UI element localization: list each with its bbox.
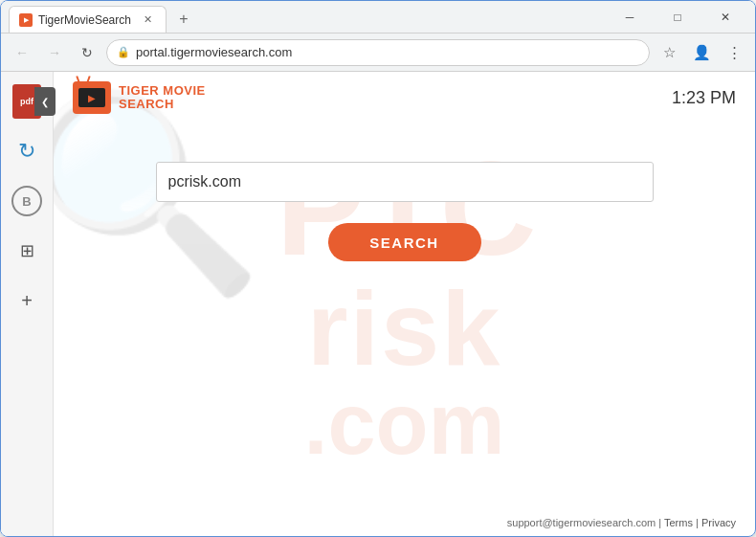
play-icon: ▶	[88, 93, 96, 103]
main-content: 🔍 PTC risk .com ▶	[54, 72, 755, 536]
time-display: 1:23 PM	[672, 88, 736, 108]
watermark-risk: risk	[307, 276, 502, 381]
tab-favicon	[19, 13, 33, 27]
new-tab-button[interactable]: +	[170, 6, 197, 33]
forward-button[interactable]: →	[41, 39, 68, 66]
page-header: ▶ TIGER MOVIE SEARCH 1:23 PM	[54, 72, 755, 114]
sidebar-toggle-arrow[interactable]: ❮	[34, 87, 56, 116]
bookmark-icon[interactable]: ☆	[656, 39, 682, 66]
url-bar[interactable]: 🔒 portal.tigermoviesearch.com	[106, 39, 650, 66]
lock-icon: 🔒	[117, 46, 130, 58]
watermark: 🔍 PTC risk .com	[54, 72, 755, 536]
active-tab[interactable]: TigerMovieSearch ✕	[9, 6, 167, 33]
back-button[interactable]: ←	[9, 39, 35, 66]
minimize-button[interactable]: ─	[608, 4, 652, 31]
search-input[interactable]	[168, 173, 641, 190]
page-content: pdf ❮ ↻ B ⊞ + 🔍 PTC risk .com	[1, 72, 755, 536]
title-bar: TigerMovieSearch ✕ + ─ □ ✕	[1, 1, 755, 34]
logo-area: ▶ TIGER MOVIE SEARCH	[73, 81, 206, 114]
grid-icon: ⊞	[20, 240, 34, 261]
search-button[interactable]: SEARCH	[328, 223, 481, 261]
account-icon[interactable]: 👤	[688, 39, 715, 66]
maximize-button[interactable]: □	[656, 4, 700, 31]
logo-text-line2: SEARCH	[119, 98, 206, 111]
close-button[interactable]: ✕	[703, 4, 747, 31]
sidebar: pdf ❮ ↻ B ⊞ +	[1, 72, 54, 536]
sync-icon: ↻	[18, 139, 35, 164]
refresh-button[interactable]: ↻	[74, 39, 100, 66]
antenna-right	[86, 76, 91, 83]
sidebar-item-grid[interactable]: ⊞	[9, 233, 45, 269]
logo-text-area: TIGER MOVIE SEARCH	[119, 84, 206, 112]
terms-link[interactable]: Terms	[664, 517, 693, 528]
address-bar: ← → ↻ 🔒 portal.tigermoviesearch.com ☆ 👤 …	[1, 34, 755, 72]
bitcoin-icon: B	[11, 186, 42, 216]
tab-close-button[interactable]: ✕	[141, 12, 156, 28]
tv-antenna	[78, 76, 88, 83]
sidebar-item-bitcoin[interactable]: B	[9, 183, 45, 219]
logo-text-line1: TIGER MOVIE	[119, 84, 206, 98]
window-controls: ─ □ ✕	[608, 4, 747, 31]
menu-icon[interactable]: ⋮	[721, 39, 747, 66]
page-footer: support@tigermoviesearch.com | Terms | P…	[54, 509, 755, 536]
search-input-wrapper[interactable]	[156, 162, 654, 202]
url-text: portal.tigermoviesearch.com	[136, 45, 639, 59]
tv-screen: ▶	[78, 88, 105, 107]
tab-title: TigerMovieSearch	[38, 13, 131, 27]
antenna-left	[76, 76, 80, 83]
add-icon: +	[21, 290, 33, 312]
privacy-link[interactable]: Privacy	[701, 517, 736, 528]
watermark-com: .com	[303, 381, 504, 467]
logo-tv: ▶	[73, 81, 111, 114]
sidebar-item-pdf[interactable]: pdf ❮	[9, 83, 45, 120]
sidebar-item-sync[interactable]: ↻	[9, 133, 45, 169]
support-email: support@tigermoviesearch.com	[507, 517, 656, 528]
search-area: SEARCH	[54, 162, 755, 261]
tab-area: TigerMovieSearch ✕ +	[9, 1, 608, 33]
sidebar-item-add[interactable]: +	[9, 282, 45, 319]
